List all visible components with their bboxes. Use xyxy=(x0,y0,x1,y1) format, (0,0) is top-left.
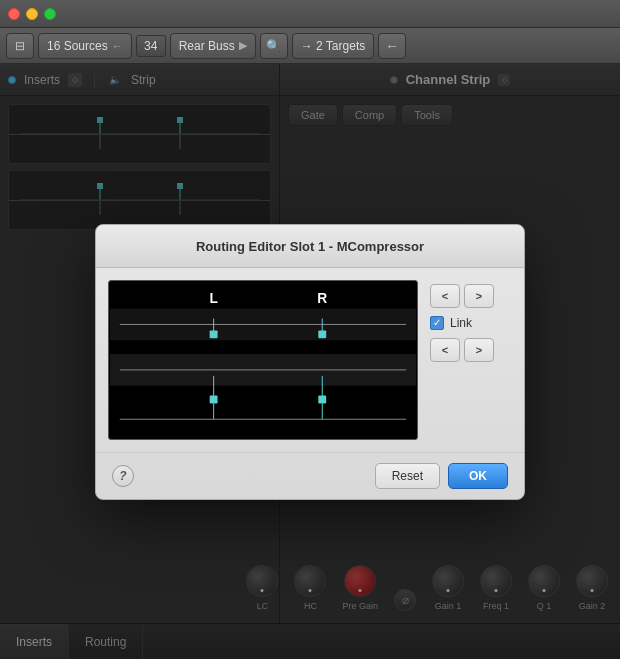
toolbar: ⊟ 16 Sources ← 34 Rear Buss ▶ 🔍 → 2 Targ… xyxy=(0,28,620,64)
search-icon: 🔍 xyxy=(266,39,281,53)
buss-section[interactable]: Rear Buss ▶ xyxy=(170,33,256,59)
prev-top-button[interactable]: < xyxy=(430,284,460,308)
sources-label: 16 Sources xyxy=(47,39,108,53)
channel-number[interactable]: 34 xyxy=(136,35,166,57)
targets-label: → 2 Targets xyxy=(301,39,365,53)
maximize-button[interactable] xyxy=(44,8,56,20)
prev-bot-button[interactable]: < xyxy=(430,338,460,362)
reset-button[interactable]: Reset xyxy=(375,463,440,489)
routing-svg: L R xyxy=(109,281,417,439)
search-button[interactable]: 🔍 xyxy=(260,33,288,59)
targets-section[interactable]: → 2 Targets xyxy=(292,33,374,59)
back-arrow-icon: ← xyxy=(385,38,399,54)
grid-icon: ⊟ xyxy=(15,39,25,53)
link-row: Link xyxy=(430,316,512,330)
routing-editor-modal: Routing Editor Slot 1 - MCompressor L R xyxy=(95,224,525,500)
ok-button[interactable]: OK xyxy=(448,463,508,489)
bottom-nav-buttons: < > xyxy=(430,338,512,362)
grid-button[interactable]: ⊟ xyxy=(6,33,34,59)
modal-footer: ? Reset OK xyxy=(96,452,524,499)
svg-text:L: L xyxy=(209,289,218,305)
routing-diagram: L R xyxy=(108,280,418,440)
svg-text:R: R xyxy=(317,289,327,305)
back-button[interactable]: ← xyxy=(378,33,406,59)
modal-body: L R xyxy=(96,268,524,452)
next-bot-button[interactable]: > xyxy=(464,338,494,362)
svg-rect-23 xyxy=(318,330,326,338)
modal-overlay: Routing Editor Slot 1 - MCompressor L R xyxy=(0,64,620,659)
next-top-button[interactable]: > xyxy=(464,284,494,308)
buss-label: Rear Buss xyxy=(179,39,235,53)
svg-rect-21 xyxy=(210,330,218,338)
modal-title: Routing Editor Slot 1 - MCompressor xyxy=(196,239,424,254)
top-nav-buttons: < > xyxy=(430,284,512,308)
minimize-button[interactable] xyxy=(26,8,38,20)
close-button[interactable] xyxy=(8,8,20,20)
title-bar xyxy=(0,0,620,28)
traffic-lights xyxy=(8,8,56,20)
sources-section[interactable]: 16 Sources ← xyxy=(38,33,132,59)
controls-panel: < > Link < xyxy=(430,280,512,362)
main-content: Inserts ◇ 🔈 Strip xyxy=(0,64,620,659)
footer-buttons: Reset OK xyxy=(375,463,508,489)
link-label: Link xyxy=(450,316,472,330)
help-button[interactable]: ? xyxy=(112,465,134,487)
svg-rect-28 xyxy=(318,395,326,403)
modal-title-bar: Routing Editor Slot 1 - MCompressor xyxy=(96,225,524,268)
svg-rect-25 xyxy=(210,395,218,403)
arrow-left-icon: ← xyxy=(112,40,123,52)
link-checkbox[interactable] xyxy=(430,316,444,330)
buss-arrow-icon: ▶ xyxy=(239,39,247,52)
